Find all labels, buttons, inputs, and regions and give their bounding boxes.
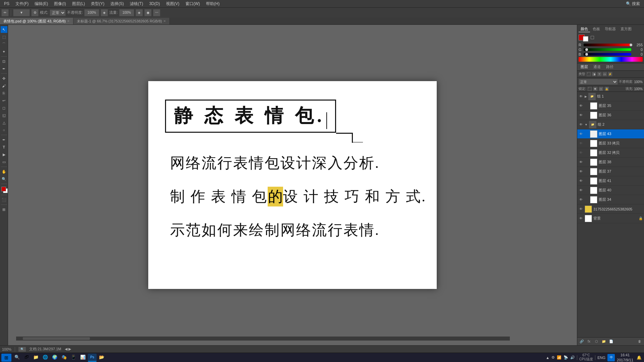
menu-select[interactable]: 选择(S) <box>108 0 126 7</box>
foreground-color[interactable] <box>1 187 6 191</box>
paths-tab[interactable]: 路径 <box>604 64 615 70</box>
menu-layer[interactable]: 图层(L) <box>69 0 88 7</box>
taskbar-app4[interactable]: 📱 <box>69 354 78 362</box>
clone-tool[interactable]: ⎘ <box>1 90 7 97</box>
h-scrollbar[interactable] <box>16 337 510 341</box>
heal-tool[interactable]: ✜ <box>1 75 7 82</box>
taskbar-taskview[interactable]: 🗗 <box>22 354 31 362</box>
eye-bg[interactable]: 👁 <box>579 216 583 221</box>
eye-37[interactable]: 👁 <box>579 169 583 174</box>
link-layers-btn[interactable]: 🔗 <box>579 339 585 344</box>
eye-38[interactable]: 👁 <box>579 160 583 165</box>
taskbar-edge[interactable]: 🌐 <box>41 354 50 362</box>
layer-bg-id[interactable]: 👁 3175322566525382605 <box>577 204 644 214</box>
swatches-tab[interactable]: 色板 <box>591 26 602 32</box>
layer-41[interactable]: 👁 图层 41 <box>577 176 644 186</box>
eraser-tool[interactable]: ◻ <box>1 105 7 111</box>
layer-43[interactable]: 👁 图层 43 <box>577 129 644 139</box>
filter-shape-btn[interactable]: ▭ <box>602 72 607 76</box>
filter-smart-btn[interactable]: ⚡ <box>608 72 612 76</box>
pressure-opacity-btn[interactable]: ◈ <box>101 9 108 16</box>
opacity-value[interactable]: 100% <box>84 9 99 16</box>
filter-adj-btn[interactable]: ◑ <box>592 72 596 76</box>
taskbar-explorer[interactable]: 📁 <box>32 354 40 362</box>
layers-tab[interactable]: 图层 <box>579 64 590 70</box>
notification-btn[interactable]: 🔔 <box>635 354 643 361</box>
tray-volume-icon[interactable]: 🔊 <box>570 355 575 360</box>
eye-34[interactable]: 👁 <box>579 197 583 202</box>
tray-icon1[interactable]: ▲ <box>546 356 549 360</box>
color-gradient-bar[interactable] <box>579 57 643 62</box>
flow-value[interactable]: 100% <box>119 9 134 16</box>
menu-image[interactable]: 图像(I) <box>51 0 68 7</box>
eye-group1[interactable]: 👁 <box>579 94 583 99</box>
lock-all-btn[interactable]: 🔒 <box>604 86 609 91</box>
gradient-tool[interactable]: ◱ <box>1 112 7 119</box>
layer-33copy[interactable]: 👁 图层 33 拷贝 <box>577 139 644 148</box>
menu-type[interactable]: 类型(Y) <box>88 0 107 7</box>
histogram-tab[interactable]: 直方图 <box>619 26 634 32</box>
tray-network-icon[interactable]: 📶 <box>557 355 561 360</box>
layer-36[interactable]: 👁 图层 36 <box>577 111 644 120</box>
search-shortcut[interactable]: 🔍 搜索 <box>623 0 643 7</box>
add-mask-btn[interactable]: ⬡ <box>593 339 599 344</box>
tray-cpu-icon[interactable]: ⚙ <box>551 355 555 360</box>
filter-text-btn[interactable]: T <box>597 72 602 76</box>
quick-mask-btn[interactable]: ⬛ <box>1 196 7 203</box>
eye-41[interactable]: 👁 <box>579 179 583 183</box>
nav-arrows[interactable]: ◀ ▶ <box>65 347 71 351</box>
eye-36[interactable]: 👁 <box>579 113 583 118</box>
blend-mode-select[interactable]: 正常 <box>579 79 618 85</box>
b-slider[interactable] <box>584 53 631 56</box>
layer-34[interactable]: 👁 图层 34 <box>577 195 644 204</box>
menu-window[interactable]: 窗口(W) <box>183 0 203 7</box>
brush-preset-picker[interactable]: ▼ <box>13 9 30 16</box>
screen-mode-btn[interactable]: ⊞ <box>1 206 7 213</box>
taskbar-search[interactable]: 🔍 <box>13 354 21 362</box>
path-select-tool[interactable]: ▶ <box>1 151 7 158</box>
g-slider[interactable] <box>584 48 631 51</box>
taskbar-photoshop[interactable]: Ps <box>88 354 97 362</box>
layer-32copy[interactable]: 👁 图层 32 拷贝 <box>577 148 644 158</box>
menu-edit[interactable]: 编辑(E) <box>32 0 51 7</box>
eye-group2[interactable]: 👁 <box>579 122 583 127</box>
start-button[interactable]: ⊞ <box>1 354 11 362</box>
crop-tool[interactable]: ⊡ <box>1 58 7 65</box>
smoothing-btn[interactable]: 〰 <box>153 9 160 16</box>
move-tool[interactable]: ↖ <box>1 26 7 33</box>
lock-pos-btn[interactable]: ✚ <box>593 86 598 91</box>
menu-help[interactable]: 帮助(H) <box>203 0 222 7</box>
ime-icon[interactable]: 中 <box>607 354 615 361</box>
history-brush-tool[interactable]: ↩ <box>1 97 7 104</box>
menu-file[interactable]: 文件(F) <box>13 0 31 7</box>
navigator-tab[interactable]: 导航器 <box>603 26 618 32</box>
tray-wifi-icon[interactable]: 📡 <box>564 355 568 360</box>
dodge-tool[interactable]: ○ <box>1 127 7 133</box>
selection-tool[interactable]: ⬚ <box>1 34 7 40</box>
eyedropper-tool[interactable]: ✒ <box>1 65 7 72</box>
ime-indicator[interactable]: ENG <box>597 356 605 360</box>
taskbar-browser2[interactable]: 🌍 <box>50 354 59 362</box>
new-layer-btn[interactable]: 📄 <box>608 339 614 344</box>
pen-tool[interactable]: ✒ <box>1 136 7 143</box>
channels-tab[interactable]: 通道 <box>591 64 603 70</box>
airbrush-btn[interactable]: ◉ <box>144 9 152 16</box>
taskbar-folder[interactable]: 📂 <box>97 354 106 362</box>
mode-select[interactable]: 正常 <box>50 9 66 16</box>
menu-ps[interactable]: PS <box>1 1 12 7</box>
hand-tool[interactable]: ✋ <box>1 168 7 175</box>
filter-pixel-btn[interactable]: ⬛ <box>586 72 591 76</box>
r-slider[interactable] <box>584 44 631 46</box>
lock-artboard-btn[interactable]: ◻ <box>599 86 603 91</box>
bg-color-box[interactable] <box>583 36 588 42</box>
add-style-btn[interactable]: fx <box>586 339 592 344</box>
eye-35[interactable]: 👁 <box>579 104 583 108</box>
menu-view[interactable]: 视图(V) <box>163 0 182 7</box>
lock-pixels-btn[interactable]: ⬛ <box>587 86 592 91</box>
magic-wand-tool[interactable]: ✦ <box>1 48 7 55</box>
brush-tool[interactable]: 🖌 <box>1 82 7 89</box>
eye-33copy[interactable]: 👁 <box>579 141 583 146</box>
zoom-tool[interactable]: 🔍 <box>1 176 7 182</box>
eye-43[interactable]: 👁 <box>579 132 583 136</box>
eye-bg-id[interactable]: 👁 <box>579 207 583 212</box>
